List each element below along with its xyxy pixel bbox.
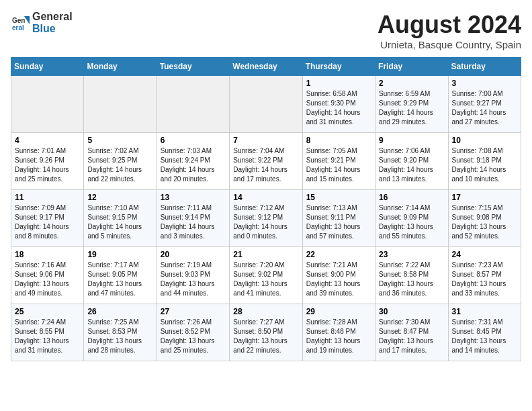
logo-icon: Gen eral [11,13,30,32]
calendar-week-row: 4Sunrise: 7:01 AM Sunset: 9:26 PM Daylig… [11,133,521,190]
day-info: Sunrise: 7:09 AM Sunset: 9:17 PM Dayligh… [15,203,80,241]
calendar-cell [84,76,157,133]
day-number: 13 [161,193,226,202]
calendar-cell [157,76,229,133]
calendar-cell: 18Sunrise: 7:16 AM Sunset: 9:06 PM Dayli… [11,247,84,304]
calendar-cell: 10Sunrise: 7:08 AM Sunset: 9:18 PM Dayli… [448,133,521,190]
day-number: 2 [379,79,444,88]
day-number: 5 [87,136,152,145]
calendar-cell: 27Sunrise: 7:26 AM Sunset: 8:52 PM Dayli… [157,304,229,361]
calendar-header-row: SundayMondayTuesdayWednesdayThursdayFrid… [11,58,521,76]
day-info: Sunrise: 7:23 AM Sunset: 8:57 PM Dayligh… [452,261,517,298]
day-number: 16 [379,193,444,202]
day-info: Sunrise: 7:10 AM Sunset: 9:15 PM Dayligh… [87,203,152,241]
calendar-cell: 12Sunrise: 7:10 AM Sunset: 9:15 PM Dayli… [84,190,157,247]
calendar-cell: 1Sunrise: 6:58 AM Sunset: 9:30 PM Daylig… [302,76,375,133]
calendar-cell: 5Sunrise: 7:02 AM Sunset: 9:25 PM Daylig… [84,133,157,190]
day-number: 8 [306,136,371,145]
day-info: Sunrise: 7:00 AM Sunset: 9:27 PM Dayligh… [452,89,517,127]
calendar-cell: 21Sunrise: 7:20 AM Sunset: 9:02 PM Dayli… [230,247,302,304]
calendar-cell: 4Sunrise: 7:01 AM Sunset: 9:26 PM Daylig… [11,133,84,190]
calendar-cell: 2Sunrise: 6:59 AM Sunset: 9:29 PM Daylig… [375,76,448,133]
day-info: Sunrise: 7:08 AM Sunset: 9:18 PM Dayligh… [452,146,517,184]
day-number: 26 [87,307,152,316]
calendar-cell: 11Sunrise: 7:09 AM Sunset: 9:17 PM Dayli… [11,190,84,247]
svg-text:Gen: Gen [12,17,25,24]
day-info: Sunrise: 7:22 AM Sunset: 8:58 PM Dayligh… [379,261,444,298]
day-number: 30 [379,307,444,316]
day-number: 28 [233,307,298,316]
calendar-cell [230,76,302,133]
day-number: 23 [379,250,444,259]
day-number: 22 [306,250,371,259]
day-header-saturday: Saturday [448,58,521,76]
day-header-wednesday: Wednesday [230,58,302,76]
day-number: 25 [15,307,80,316]
day-number: 17 [452,193,517,202]
calendar-week-row: 11Sunrise: 7:09 AM Sunset: 9:17 PM Dayli… [11,190,521,247]
day-info: Sunrise: 7:01 AM Sunset: 9:26 PM Dayligh… [15,146,80,184]
calendar-cell: 22Sunrise: 7:21 AM Sunset: 9:00 PM Dayli… [302,247,375,304]
day-info: Sunrise: 7:03 AM Sunset: 9:24 PM Dayligh… [161,146,226,184]
calendar-week-row: 25Sunrise: 7:24 AM Sunset: 8:55 PM Dayli… [11,304,521,361]
calendar-title: August 2024 [378,11,521,39]
day-info: Sunrise: 6:58 AM Sunset: 9:30 PM Dayligh… [306,89,371,127]
day-header-tuesday: Tuesday [157,58,229,76]
day-number: 19 [87,250,152,259]
day-info: Sunrise: 7:15 AM Sunset: 9:08 PM Dayligh… [452,203,517,241]
day-info: Sunrise: 7:24 AM Sunset: 8:55 PM Dayligh… [15,318,80,355]
day-number: 15 [306,193,371,202]
calendar-cell [11,76,84,133]
calendar-cell: 31Sunrise: 7:31 AM Sunset: 8:45 PM Dayli… [448,304,521,361]
day-info: Sunrise: 6:59 AM Sunset: 9:29 PM Dayligh… [379,89,444,127]
day-info: Sunrise: 7:04 AM Sunset: 9:22 PM Dayligh… [233,146,298,184]
calendar-week-row: 18Sunrise: 7:16 AM Sunset: 9:06 PM Dayli… [11,247,521,304]
calendar-cell: 30Sunrise: 7:30 AM Sunset: 8:47 PM Dayli… [375,304,448,361]
day-info: Sunrise: 7:11 AM Sunset: 9:14 PM Dayligh… [161,203,226,241]
calendar-cell: 13Sunrise: 7:11 AM Sunset: 9:14 PM Dayli… [157,190,229,247]
day-info: Sunrise: 7:16 AM Sunset: 9:06 PM Dayligh… [15,261,80,298]
calendar-cell: 23Sunrise: 7:22 AM Sunset: 8:58 PM Dayli… [375,247,448,304]
day-number: 1 [306,79,371,88]
day-number: 24 [452,250,517,259]
day-number: 4 [15,136,80,145]
day-number: 12 [87,193,152,202]
day-info: Sunrise: 7:31 AM Sunset: 8:45 PM Dayligh… [452,318,517,355]
header: Gen eral General Blue August 2024 Urniet… [11,11,521,50]
day-header-sunday: Sunday [11,58,84,76]
day-info: Sunrise: 7:05 AM Sunset: 9:21 PM Dayligh… [306,146,371,184]
calendar-week-row: 1Sunrise: 6:58 AM Sunset: 9:30 PM Daylig… [11,76,521,133]
logo-general-text: General [32,11,73,22]
calendar-table: SundayMondayTuesdayWednesdayThursdayFrid… [11,57,521,361]
calendar-cell: 17Sunrise: 7:15 AM Sunset: 9:08 PM Dayli… [448,190,521,247]
calendar-cell: 24Sunrise: 7:23 AM Sunset: 8:57 PM Dayli… [448,247,521,304]
day-info: Sunrise: 7:14 AM Sunset: 9:09 PM Dayligh… [379,203,444,241]
day-header-thursday: Thursday [302,58,375,76]
day-number: 29 [306,307,371,316]
calendar-cell: 14Sunrise: 7:12 AM Sunset: 9:12 PM Dayli… [230,190,302,247]
day-info: Sunrise: 7:17 AM Sunset: 9:05 PM Dayligh… [87,261,152,298]
day-info: Sunrise: 7:26 AM Sunset: 8:52 PM Dayligh… [161,318,226,355]
svg-text:eral: eral [12,24,24,32]
day-number: 31 [452,307,517,316]
day-header-monday: Monday [84,58,157,76]
logo-blue-text: Blue [32,23,56,34]
calendar-cell: 28Sunrise: 7:27 AM Sunset: 8:50 PM Dayli… [230,304,302,361]
day-number: 9 [379,136,444,145]
day-number: 14 [233,193,298,202]
title-area: August 2024 Urnieta, Basque Country, Spa… [378,11,521,50]
day-info: Sunrise: 7:19 AM Sunset: 9:03 PM Dayligh… [161,261,226,298]
day-number: 20 [161,250,226,259]
day-info: Sunrise: 7:25 AM Sunset: 8:53 PM Dayligh… [87,318,152,355]
logo: Gen eral General Blue [11,11,73,35]
day-info: Sunrise: 7:13 AM Sunset: 9:11 PM Dayligh… [306,203,371,241]
day-header-friday: Friday [375,58,448,76]
calendar-cell: 6Sunrise: 7:03 AM Sunset: 9:24 PM Daylig… [157,133,229,190]
day-number: 27 [161,307,226,316]
day-number: 18 [15,250,80,259]
day-number: 10 [452,136,517,145]
calendar-cell: 16Sunrise: 7:14 AM Sunset: 9:09 PM Dayli… [375,190,448,247]
calendar-subtitle: Urnieta, Basque Country, Spain [378,39,521,50]
day-info: Sunrise: 7:20 AM Sunset: 9:02 PM Dayligh… [233,261,298,298]
day-info: Sunrise: 7:27 AM Sunset: 8:50 PM Dayligh… [233,318,298,355]
